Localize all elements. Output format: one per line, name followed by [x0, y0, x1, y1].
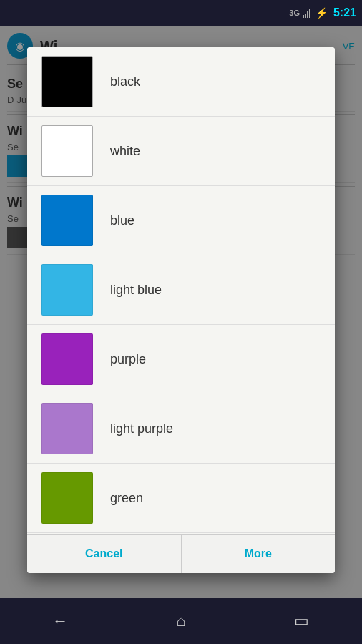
home-icon: ⌂ — [176, 612, 185, 630]
battery-icon: ⚡ — [315, 7, 328, 19]
more-button[interactable]: More — [182, 535, 336, 573]
color-label-light-blue: light blue — [110, 283, 162, 298]
color-swatch-light-purple — [41, 403, 93, 454]
color-list: blackwhitebluelight bluepurplelight purp… — [27, 47, 335, 534]
home-button[interactable]: ⌂ — [160, 607, 202, 635]
color-swatch-black — [41, 56, 93, 107]
color-item-blue[interactable]: blue — [27, 186, 335, 255]
back-icon: ← — [52, 612, 68, 630]
signal-bars — [303, 8, 310, 18]
recents-icon: ▭ — [294, 612, 309, 630]
back-button[interactable]: ← — [39, 607, 82, 635]
color-item-black[interactable]: black — [27, 47, 335, 117]
status-bar: 3G ⚡ 5:21 — [0, 0, 362, 26]
recents-button[interactable]: ▭ — [280, 607, 323, 635]
color-label-blue: blue — [110, 213, 134, 228]
color-label-white: white — [110, 144, 140, 159]
dialog-buttons: Cancel More — [27, 534, 335, 573]
color-swatch-purple — [41, 333, 93, 385]
nav-bar: ← ⌂ ▭ — [0, 598, 362, 644]
color-label-black: black — [110, 74, 140, 89]
signal-type: 3G — [289, 9, 300, 17]
color-item-light-purple[interactable]: light purple — [27, 394, 335, 464]
color-label-purple: purple — [110, 352, 146, 367]
cancel-button[interactable]: Cancel — [27, 535, 181, 573]
color-swatch-green — [41, 472, 93, 524]
dialog-overlay: blackwhitebluelight bluepurplelight purp… — [0, 26, 362, 598]
status-time: 5:21 — [333, 6, 356, 19]
color-item-white[interactable]: white — [27, 117, 335, 186]
color-item-purple[interactable]: purple — [27, 325, 335, 394]
color-item-light-blue[interactable]: light blue — [27, 255, 335, 325]
color-swatch-blue — [41, 195, 93, 246]
color-item-green[interactable]: green — [27, 464, 335, 533]
color-swatch-white — [41, 125, 93, 177]
color-label-light-purple: light purple — [110, 421, 173, 436]
color-picker-dialog: blackwhitebluelight bluepurplelight purp… — [27, 47, 335, 573]
color-swatch-light-blue — [41, 264, 93, 316]
color-label-green: green — [110, 491, 143, 506]
